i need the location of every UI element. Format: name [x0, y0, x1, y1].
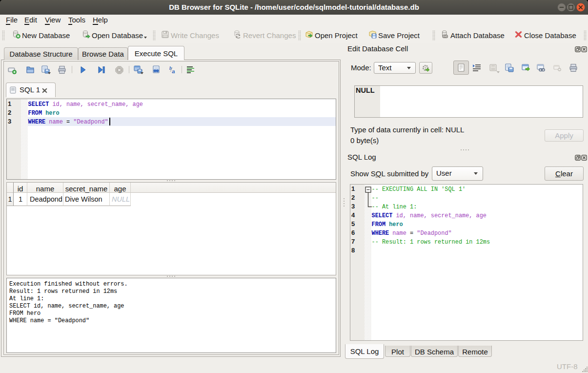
svg-text:a: a	[172, 67, 175, 74]
